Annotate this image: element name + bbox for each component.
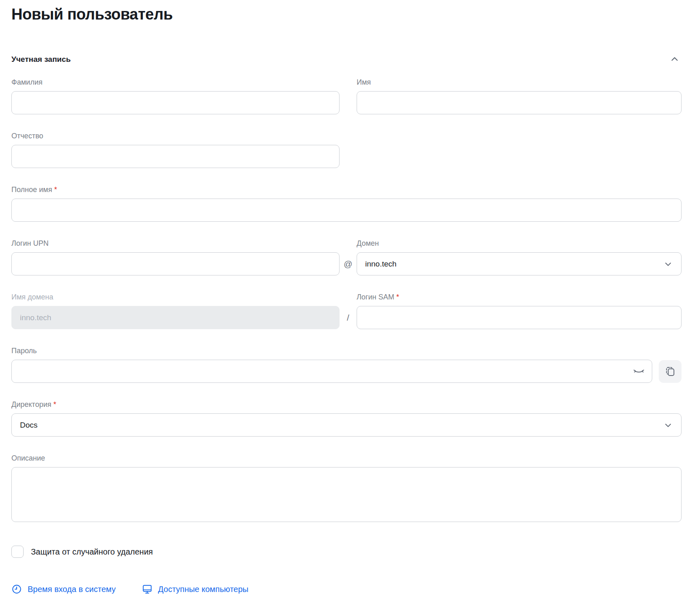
password-label: Пароль: [11, 345, 682, 356]
login-time-link-label: Время входа в систему: [28, 585, 116, 594]
middle-name-input[interactable]: [11, 145, 340, 168]
copy-password-button[interactable]: [659, 360, 682, 383]
middle-name-group: Отчество: [11, 131, 340, 168]
directory-select[interactable]: Docs: [11, 413, 682, 437]
monitor-icon: [142, 584, 152, 594]
deletion-protection-checkbox[interactable]: [11, 546, 24, 558]
sam-login-input[interactable]: [357, 306, 682, 329]
description-label: Описание: [11, 453, 682, 464]
deletion-protection-label: Защита от случайного удаления: [31, 547, 153, 557]
chevron-down-icon: [663, 259, 673, 269]
available-computers-link[interactable]: Доступные компьютеры: [142, 584, 248, 594]
name-row: Фамилия Имя: [11, 77, 682, 114]
chevron-up-icon: [669, 54, 680, 65]
copy-icon: [664, 366, 676, 377]
upn-login-input[interactable]: [11, 252, 340, 275]
eye-closed-icon: [633, 365, 645, 378]
upn-login-group: Логин UPN: [11, 238, 340, 275]
description-row: Описание: [11, 453, 682, 524]
page-title: Новый пользователь: [11, 6, 682, 23]
first-name-label: Имя: [357, 77, 682, 88]
domain-select[interactable]: inno.tech: [357, 252, 682, 275]
required-asterisk: *: [396, 293, 399, 301]
middle-name-row: Отчество: [11, 131, 682, 168]
password-input[interactable]: [11, 360, 652, 383]
protection-checkbox-row: Защита от случайного удаления: [11, 546, 682, 558]
chevron-down-icon: [663, 420, 673, 430]
required-asterisk: *: [53, 400, 56, 408]
full-name-input[interactable]: [11, 199, 682, 222]
password-row: Пароль: [11, 345, 682, 383]
password-field-wrap: [11, 360, 652, 383]
sam-login-group: Логин SAM *: [357, 292, 682, 329]
last-name-label: Фамилия: [11, 77, 340, 88]
login-time-link[interactable]: Время входа в систему: [11, 584, 116, 594]
first-name-group: Имя: [357, 77, 682, 114]
clock-icon: [11, 584, 22, 594]
section-collapse-button[interactable]: [668, 52, 682, 66]
domain-name-input: [11, 306, 340, 329]
last-name-input[interactable]: [11, 91, 340, 114]
domain-name-group: Имя домена: [11, 292, 340, 329]
middle-name-label: Отчество: [11, 131, 340, 142]
at-separator: @: [340, 238, 357, 275]
domain-label: Домен: [357, 238, 682, 249]
account-section-header: Учетная запись: [11, 52, 682, 66]
first-name-input[interactable]: [357, 91, 682, 114]
domain-select-value: inno.tech: [365, 260, 396, 269]
domain-name-label: Имя домена: [11, 292, 340, 303]
domain-group: Домен inno.tech: [357, 238, 682, 275]
account-section-title: Учетная запись: [11, 55, 71, 64]
upn-login-label: Логин UPN: [11, 238, 340, 249]
full-name-row: Полное имя *: [11, 184, 682, 222]
directory-row: Директория * Docs: [11, 399, 682, 437]
full-name-label: Полное имя *: [11, 184, 682, 195]
slash-separator: /: [340, 292, 357, 329]
domain-name-sam-row: Имя домена / Логин SAM *: [11, 292, 682, 329]
last-name-group: Фамилия: [11, 77, 340, 114]
new-user-form: Новый пользователь Учетная запись Фамили…: [0, 0, 682, 611]
directory-label: Директория *: [11, 399, 682, 410]
available-computers-link-label: Доступные компьютеры: [158, 585, 248, 594]
footer-links: Время входа в систему Доступные компьюте…: [11, 584, 682, 594]
directory-select-value: Docs: [20, 421, 37, 430]
toggle-password-visibility-button[interactable]: [633, 365, 645, 378]
upn-domain-row: Логин UPN @ Домен inno.tech: [11, 238, 682, 275]
sam-login-label: Логин SAM *: [357, 292, 682, 303]
required-asterisk: *: [54, 186, 57, 194]
description-textarea[interactable]: [11, 467, 682, 522]
